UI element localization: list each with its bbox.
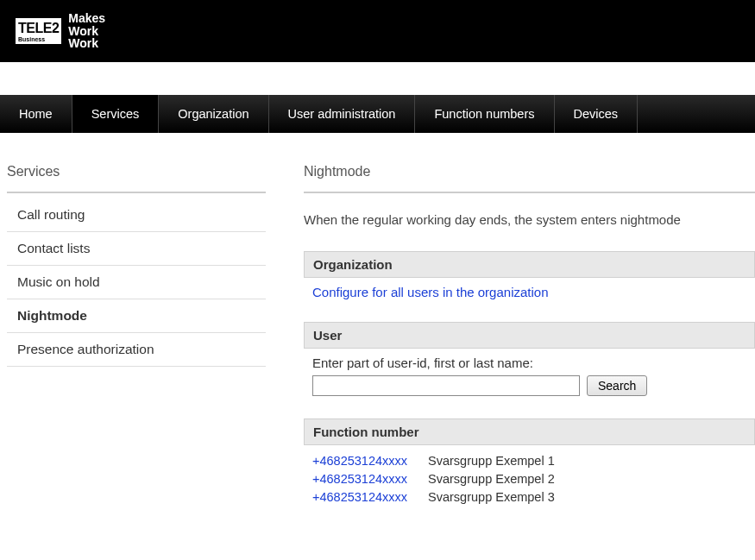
logo-sub-text: Business xyxy=(18,36,59,42)
function-number-link[interactable]: +468253124xxxx xyxy=(312,452,407,470)
function-number-row: +468253124xxxx Svarsgrupp Exempel 2 xyxy=(312,470,755,488)
logo-main-text: TELE2 xyxy=(18,21,59,35)
configure-all-users-link[interactable]: Configure for all users in the organizat… xyxy=(312,285,549,299)
sidebar-item-nightmode[interactable]: Nightmode xyxy=(7,299,266,333)
function-number-name: Svarsgrupp Exempel 3 xyxy=(428,488,555,507)
tagline-line: Work xyxy=(68,25,105,38)
search-button[interactable]: Search xyxy=(587,375,647,396)
nav-function-numbers[interactable]: Function numbers xyxy=(415,95,554,133)
section-header-function-number: Function number xyxy=(304,418,755,445)
user-search-input[interactable] xyxy=(312,375,580,396)
section-header-organization: Organization xyxy=(304,251,755,278)
tagline: Makes Work Work xyxy=(68,12,105,50)
sidebar-item-contact-lists[interactable]: Contact lists xyxy=(7,232,266,266)
sidebar-title: Services xyxy=(7,164,266,193)
nav-services[interactable]: Services xyxy=(72,95,160,133)
tagline-line: Work xyxy=(68,37,105,50)
sidebar-item-music-on-hold[interactable]: Music on hold xyxy=(7,266,266,299)
tagline-line: Makes xyxy=(68,12,105,25)
section-header-user: User xyxy=(304,322,755,349)
page-title: Nightmode xyxy=(304,164,755,193)
main-panel: Nightmode When the regular working day e… xyxy=(295,164,755,507)
nav-devices[interactable]: Devices xyxy=(555,95,639,133)
function-number-link[interactable]: +468253124xxxx xyxy=(312,470,407,488)
page-description: When the regular working day ends, the s… xyxy=(304,212,755,227)
top-header: TELE2 Business Makes Work Work xyxy=(0,0,755,62)
sidebar-item-call-routing[interactable]: Call routing xyxy=(7,198,266,232)
logo: TELE2 Business xyxy=(16,18,61,44)
function-number-row: +468253124xxxx Svarsgrupp Exempel 1 xyxy=(312,452,755,470)
sidebar: Services Call routing Contact lists Musi… xyxy=(7,164,266,507)
nav-organization[interactable]: Organization xyxy=(159,95,268,133)
function-number-name: Svarsgrupp Exempel 2 xyxy=(428,470,555,488)
nav-home[interactable]: Home xyxy=(0,95,72,133)
function-number-link[interactable]: +468253124xxxx xyxy=(312,488,407,507)
navbar: Home Services Organization User administ… xyxy=(0,95,755,133)
user-search-label: Enter part of user-id, first or last nam… xyxy=(312,356,755,370)
function-number-row: +468253124xxxx Svarsgrupp Exempel 3 xyxy=(312,488,755,507)
function-number-name: Svarsgrupp Exempel 1 xyxy=(428,452,555,470)
nav-user-administration[interactable]: User administration xyxy=(269,95,416,133)
sidebar-item-presence-authorization[interactable]: Presence authorization xyxy=(7,333,266,367)
